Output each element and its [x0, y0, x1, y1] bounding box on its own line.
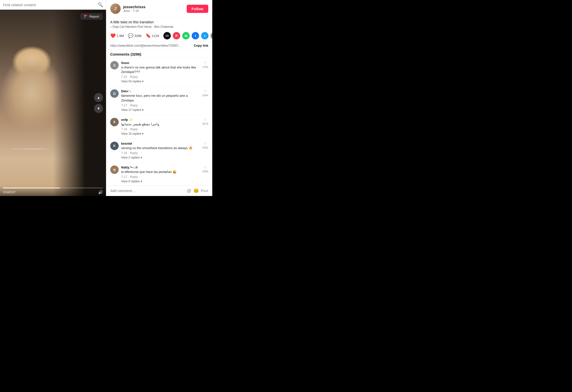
view-replies-button[interactable]: View 2 replies ▾	[121, 156, 200, 159]
like-action[interactable]: ❤️ 1.9M	[110, 33, 124, 38]
view-replies-button[interactable]: View 5 replies ▾	[121, 180, 200, 183]
pocket-button[interactable]: P	[173, 32, 180, 39]
comment-like-button[interactable]: ♡ 1700	[202, 61, 208, 68]
copy-link-button[interactable]: Copy link	[194, 44, 208, 47]
comment-text: llámenme loco, pero me dió un pequeño ai…	[121, 94, 200, 102]
comment-body: kesniel serving us the smoothest transit…	[121, 142, 200, 159]
follow-button[interactable]: Follow	[187, 5, 209, 13]
reply-button[interactable]: Reply	[130, 104, 138, 107]
reply-button[interactable]: Reply	[130, 151, 138, 155]
comment-avatar: E	[110, 118, 119, 126]
comment-count: 3296	[134, 34, 142, 38]
comment-top: N Natty.°•○.☆ la diferencia que hace las…	[110, 165, 208, 183]
link-bar: https://www.tiktok.com/@jessechrisss/vid…	[106, 42, 212, 50]
comment-date: 7-17	[121, 104, 127, 107]
comment-text: واخيرا مقطع طبيعي بحسابها	[121, 122, 200, 127]
comment-actions: @ 😊 Post	[187, 188, 208, 194]
post-title: A little twist on this transition	[110, 20, 208, 24]
search-input[interactable]	[3, 3, 96, 7]
comment-meta: 7-22 Reply	[121, 75, 200, 79]
username: jessechrisss	[123, 5, 184, 9]
action-bar: ❤️ 1.9M 💬 3296 🔖 111K </> P W f t →	[106, 30, 212, 42]
view-replies-button[interactable]: View 54 replies ▾	[121, 80, 200, 83]
share-link: https://www.tiktok.com/@jessechrisss/vid…	[110, 44, 191, 47]
comment-date: 7-16	[121, 151, 127, 155]
comment-username: kesniel	[121, 142, 200, 145]
comment-meta: 7-16 Reply	[121, 128, 200, 131]
profile-info: jessechrisss Jess · 7-15	[123, 5, 184, 13]
comments-list: S Soon is there's no one gonna talk abou…	[106, 58, 212, 185]
emoji-button[interactable]: 😊	[193, 188, 199, 194]
comment-avatar: D	[110, 89, 119, 98]
right-panel: J jessechrisss Jess · 7-15 Follow A litt…	[106, 0, 212, 196]
comment-top: S Soon is there's no one gonna talk abou…	[110, 61, 208, 83]
view-replies-button[interactable]: View 15 replies ▾	[121, 132, 200, 135]
comment-text: la diferencia que hace las pestañas 😜	[121, 170, 200, 174]
comment-body: Soon is there's no one gonna talk about …	[121, 61, 200, 83]
comment-meta: 7-16 Reply	[121, 151, 200, 155]
comment-action[interactable]: 💬 3296	[128, 33, 142, 38]
video-controls: 0:04/0:07 🔊	[0, 186, 106, 196]
nav-down-button[interactable]: ▼	[94, 104, 103, 113]
view-replies-button[interactable]: View 17 replies ▾	[121, 108, 200, 112]
comment-date: 7-22	[121, 75, 127, 79]
nav-up-button[interactable]: ▲	[94, 93, 103, 102]
comment-like-count: 1664	[202, 94, 208, 97]
comment-like-count: 2690	[202, 170, 208, 173]
facebook-button[interactable]: f	[192, 32, 199, 39]
post-description: A little twist on this transition ♪ Doja…	[106, 18, 212, 30]
comment-like-button[interactable]: ♡ 2690	[202, 165, 208, 173]
heart-icon: ❤️	[110, 33, 116, 38]
comment-date: 7-17	[121, 175, 127, 179]
comment-username: Deiv↑↑	[121, 89, 200, 93]
comment-like-button[interactable]: ♡ 3578	[202, 118, 208, 125]
more-share-button[interactable]: →	[211, 32, 212, 39]
comment-top: K kesniel serving us the smoothest trans…	[110, 142, 208, 159]
whatsapp-button[interactable]: W	[182, 32, 190, 39]
chevron-up-icon: ▲	[97, 96, 100, 99]
comment-heart-icon: ♡	[204, 61, 207, 65]
comment-meta: 7-17 Reply	[121, 104, 200, 107]
reply-button[interactable]: Reply	[130, 75, 138, 79]
chevron-down-icon: ▼	[97, 106, 100, 110]
twitter-button[interactable]: t	[201, 32, 209, 39]
comment-date: 7-16	[121, 128, 127, 131]
report-icon: 🚩	[84, 15, 88, 18]
add-comment-input[interactable]	[110, 189, 185, 193]
volume-icon[interactable]: 🔊	[98, 190, 103, 195]
comment-username: enfp ✨	[121, 118, 200, 122]
comment-heart-icon: ♡	[204, 89, 207, 93]
progress-fill	[3, 188, 60, 188]
comment-like-button[interactable]: ♡ 3352	[202, 142, 208, 149]
mention-button[interactable]: @	[187, 188, 191, 194]
search-bar: 🔍	[0, 0, 106, 10]
comment-username: Soon	[121, 61, 200, 65]
comment-item: K kesniel serving us the smoothest trans…	[110, 139, 208, 163]
comment-top: E enfp ✨ واخيرا مقطع طبيعي بحسابها 7-16 …	[110, 118, 208, 135]
comment-item: E enfp ✨ واخيرا مقطع طبيعي بحسابها 7-16 …	[110, 115, 208, 139]
comment-body: Natty.°•○.☆ la diferencia que hace las p…	[121, 165, 200, 183]
comment-item: S Soon is there's no one gonna talk abou…	[110, 58, 208, 86]
comment-item: N Natty.°•○.☆ la diferencia que hace las…	[110, 163, 208, 185]
reply-button[interactable]: Reply	[130, 175, 138, 179]
comment-text: is there's no one gonna talk about that …	[121, 65, 200, 74]
reply-button[interactable]: Reply	[130, 128, 138, 131]
avatar: J	[110, 3, 121, 14]
like-count: 1.9M	[117, 34, 124, 38]
share-icons: </> P W f t →	[163, 32, 212, 39]
video-background	[0, 10, 106, 196]
comment-like-count: 3578	[202, 122, 208, 125]
add-comment-bar: @ 😊 Post	[106, 185, 212, 196]
profile-header: J jessechrisss Jess · 7-15 Follow	[106, 0, 212, 18]
glasses-detail	[11, 149, 58, 149]
progress-bar[interactable]	[3, 188, 103, 188]
embed-button[interactable]: </>	[163, 32, 171, 39]
search-icon[interactable]: 🔍	[98, 2, 103, 7]
comment-text: serving us the smoothest transitions as …	[121, 146, 200, 150]
comment-heart-icon: ♡	[204, 165, 207, 169]
bookmark-action[interactable]: 🔖 111K	[145, 33, 159, 38]
comment-meta: 7-17 Reply	[121, 175, 200, 179]
post-comment-button[interactable]: Post	[201, 189, 208, 193]
comment-like-button[interactable]: ♡ 1664	[202, 89, 208, 97]
report-button[interactable]: 🚩 Report	[80, 13, 103, 20]
